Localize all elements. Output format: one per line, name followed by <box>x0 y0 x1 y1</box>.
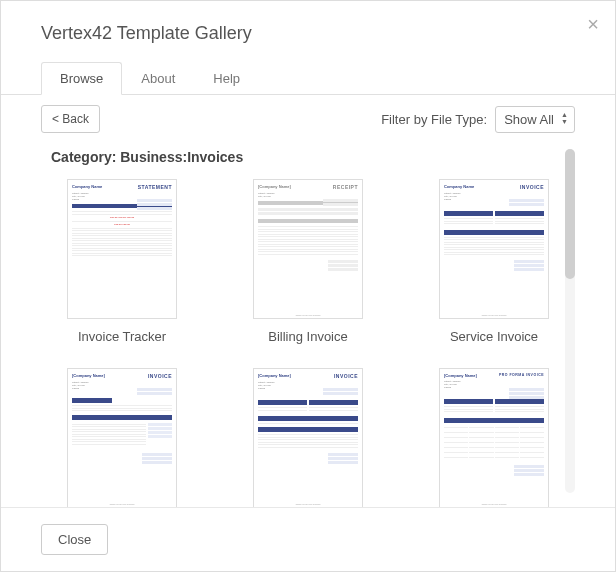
close-button[interactable]: Close <box>41 524 108 555</box>
template-item[interactable]: Company Name STATEMENT Street AddressCit… <box>51 179 193 344</box>
template-item[interactable]: [Company Name] PRO FORMA INVOICE Street … <box>423 368 565 508</box>
tab-bar: Browse About Help <box>1 62 615 95</box>
tab-about[interactable]: About <box>122 62 194 95</box>
filter-label: Filter by File Type: <box>381 112 487 127</box>
filter-select[interactable]: Show All ▲▼ <box>495 106 575 133</box>
close-icon[interactable]: × <box>587 13 599 36</box>
tab-help[interactable]: Help <box>194 62 259 95</box>
template-item[interactable]: [Company Name] INVOICE Street AddressCit… <box>51 368 193 508</box>
template-item[interactable]: [Company Name] RECEIPT Street AddressCit… <box>237 179 379 344</box>
template-thumbnail: [Company Name] INVOICE Street AddressCit… <box>67 368 177 508</box>
template-label: Invoice Tracker <box>78 329 166 344</box>
updown-icon: ▲▼ <box>561 111 568 125</box>
footer: Close <box>1 507 615 571</box>
template-thumbnail: Company Name STATEMENT Street AddressCit… <box>67 179 177 319</box>
filter-group: Filter by File Type: Show All ▲▼ <box>381 106 575 133</box>
template-thumbnail: [Company Name] INVOICE Street AddressCit… <box>253 368 363 508</box>
dialog-title: Vertex42 Template Gallery <box>1 1 615 62</box>
template-label: Billing Invoice <box>268 329 348 344</box>
tab-browse[interactable]: Browse <box>41 62 122 95</box>
template-thumbnail: Company Name INVOICE Street AddressCity,… <box>439 179 549 319</box>
toolbar: < Back Filter by File Type: Show All ▲▼ <box>1 95 615 143</box>
template-label: Service Invoice <box>450 329 538 344</box>
back-button[interactable]: < Back <box>41 105 100 133</box>
gallery: Company Name STATEMENT Street AddressCit… <box>1 179 615 527</box>
template-item[interactable]: Company Name INVOICE Street AddressCity,… <box>423 179 565 344</box>
filter-value: Show All <box>504 112 554 127</box>
template-item[interactable]: [Company Name] INVOICE Street AddressCit… <box>237 368 379 508</box>
template-thumbnail: [Company Name] RECEIPT Street AddressCit… <box>253 179 363 319</box>
template-thumbnail: [Company Name] PRO FORMA INVOICE Street … <box>439 368 549 508</box>
category-heading: Category: Business:Invoices <box>1 143 615 179</box>
